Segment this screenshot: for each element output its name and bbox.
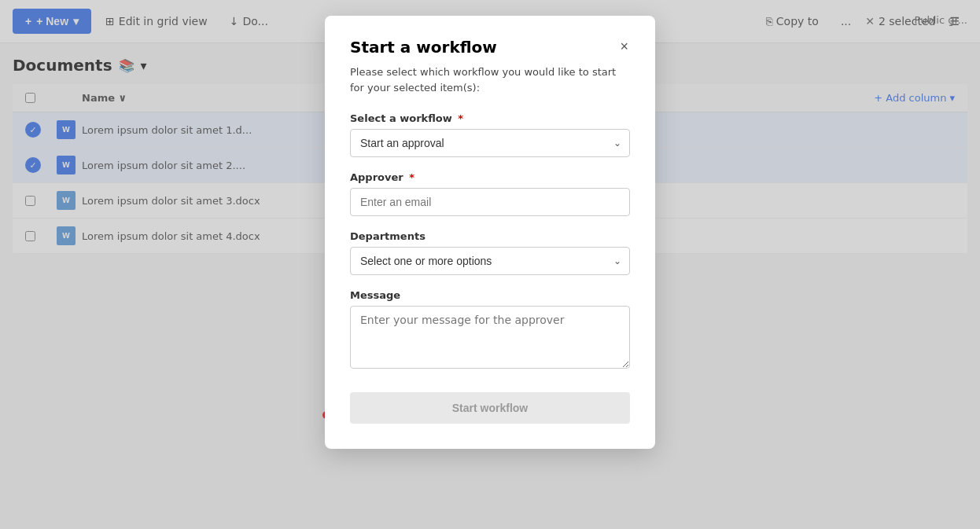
departments-select-wrapper: Select one or more options ⌄ [350,247,630,275]
modal-title: Start a workflow [350,38,497,57]
modal-description: Please select which workflow you would l… [350,64,630,95]
departments-field-group: Departments Select one or more options ⌄ [350,230,630,275]
workflow-required-star: * [458,112,463,124]
message-textarea[interactable] [350,306,630,369]
workflow-select-wrapper: Start an approval ⌄ [350,129,630,157]
modal-overlay: Start a workflow × Please select which w… [0,0,980,529]
approver-email-input[interactable] [350,188,630,216]
approver-label: Approver * [350,171,630,183]
workflow-field-group: Select a workflow * Start an approval ⌄ [350,112,630,157]
workflow-label: Select a workflow * [350,112,630,124]
message-field-group: Message [350,289,630,372]
workflow-select[interactable]: Start an approval [351,130,629,156]
departments-select[interactable]: Select one or more options [351,248,629,274]
approver-required-star: * [409,171,414,183]
approver-field-group: Approver * [350,171,630,216]
message-label: Message [350,289,630,301]
workflow-modal: Start a workflow × Please select which w… [325,16,655,449]
modal-header: Start a workflow × [350,38,630,57]
modal-close-button[interactable]: × [618,38,630,55]
start-workflow-button[interactable]: Start workflow [350,392,630,424]
departments-label: Departments [350,230,630,242]
